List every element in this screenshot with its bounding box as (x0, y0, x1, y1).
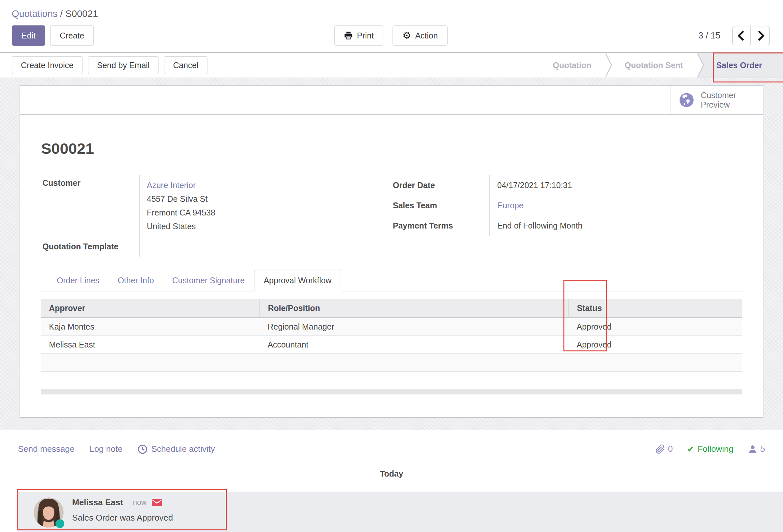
followers-button[interactable]: 5 (748, 444, 765, 454)
address-line-2: Fremont CA 94538 (147, 206, 392, 220)
empty-cell (569, 354, 742, 372)
customer-label: Customer (41, 175, 139, 236)
previous-record-button[interactable] (733, 26, 751, 45)
control-panel: Quotations / S00021 Edit Create Print (0, 0, 783, 52)
column-header-status[interactable]: Status (569, 299, 742, 318)
field-group-right: Order Date 04/17/2021 17:10:31 Sales Tea… (392, 175, 742, 257)
edit-button[interactable]: Edit (12, 26, 45, 46)
check-icon: ✔ (687, 444, 694, 454)
message-text: Sales Order was Approved (72, 513, 173, 523)
quotation-template-value[interactable] (139, 236, 392, 257)
customer-preview-label: Customer Preview (701, 91, 761, 110)
table-row[interactable]: Melissa East Accountant Approved (41, 336, 742, 354)
action-buttons: Print ⚙ Action (334, 26, 448, 46)
next-record-button[interactable] (751, 26, 769, 45)
user-icon (748, 444, 757, 454)
approval-table-header-row: Approver Role/Position Status (41, 299, 742, 318)
table-row[interactable]: Kaja Montes Regional Manager Approved (41, 318, 742, 336)
header-button-row: Edit Create Print ⚙ Action 3 (12, 25, 770, 46)
breadcrumb: Quotations / S00021 (12, 8, 770, 19)
sales-team-value: Europe (489, 195, 742, 215)
sales-team-label: Sales Team (392, 195, 489, 215)
send-by-email-button[interactable]: Send by Email (88, 56, 159, 74)
cancel-button[interactable]: Cancel (164, 56, 208, 74)
send-message-link[interactable]: Send message (18, 444, 74, 454)
pager: 3 / 15 (698, 26, 770, 45)
payment-terms-label: Payment Terms (392, 215, 489, 236)
address-line-1: 4557 De Silva St (147, 192, 392, 206)
print-button[interactable]: Print (334, 26, 383, 46)
table-row-empty (41, 354, 742, 372)
message-header: Melissa East - now (72, 497, 173, 507)
day-label: Today (380, 469, 403, 478)
printer-icon (344, 31, 353, 40)
create-invoice-button[interactable]: Create Invoice (12, 56, 83, 74)
online-status-dot (56, 519, 64, 528)
empty-cell (41, 354, 260, 372)
breadcrumb-quotations-link[interactable]: Quotations (12, 8, 57, 19)
attachments-button[interactable]: 0 (655, 444, 673, 454)
empty-cell (260, 354, 569, 372)
customer-link[interactable]: Azure Interior (147, 178, 392, 192)
notebook-tabs: Order Lines Other Info Customer Signatur… (41, 270, 742, 292)
action-button[interactable]: ⚙ Action (393, 26, 448, 46)
status-step-quotation[interactable]: Quotation (538, 53, 605, 77)
payment-terms-value: End of Following Month (489, 215, 742, 236)
status-pipeline: Quotation Quotation Sent Sales Order (538, 53, 783, 77)
customer-value: Azure Interior 4557 De Silva St Fremont … (139, 175, 392, 236)
chatter: Send message Log note Schedule activity … (0, 430, 783, 532)
breadcrumb-separator: / (60, 8, 65, 19)
tab-approval-workflow[interactable]: Approval Workflow (254, 270, 341, 292)
role-cell: Regional Manager (260, 318, 569, 336)
gear-icon: ⚙ (403, 31, 411, 40)
following-button[interactable]: ✔ Following (687, 444, 733, 454)
main-content: Customer Preview S00021 Customer Azure I… (0, 78, 783, 430)
envelope-icon (152, 499, 162, 506)
chatter-toolbar: Send message Log note Schedule activity … (18, 444, 765, 454)
document-title: S00021 (41, 139, 742, 158)
tab-other-info[interactable]: Other Info (108, 270, 163, 291)
customer-preview-button[interactable]: Customer Preview (670, 86, 763, 114)
message-author: Melissa East (72, 497, 123, 507)
sales-team-link[interactable]: Europe (497, 201, 524, 210)
attachments-count: 0 (668, 444, 673, 454)
approval-table: Approver Role/Position Status Kaja Monte… (41, 299, 742, 372)
field-groups: Customer Azure Interior 4557 De Silva St… (41, 175, 742, 257)
status-cell: Approved (569, 318, 742, 336)
day-divider: Today (26, 469, 757, 478)
record-buttons: Edit Create (12, 26, 94, 46)
chevron-left-icon (737, 30, 748, 41)
order-date-value: 04/17/2021 17:10:31 (489, 175, 742, 195)
clock-icon (138, 444, 148, 454)
divider-line (413, 474, 757, 474)
form-card-header: Customer Preview (20, 86, 763, 115)
column-header-approver[interactable]: Approver (41, 299, 260, 318)
field-group-left: Customer Azure Interior 4557 De Silva St… (41, 175, 392, 257)
statusbar: Create Invoice Send by Email Cancel Quot… (0, 52, 783, 78)
status-step-sales-order[interactable]: Sales Order (697, 53, 783, 77)
message-body: Melissa East - now Sales Order was Appro… (72, 497, 173, 523)
schedule-activity-link[interactable]: Schedule activity (138, 444, 215, 454)
status-step-quotation-sent[interactable]: Quotation Sent (605, 53, 696, 77)
chatter-right-tools: 0 ✔ Following 5 (655, 444, 765, 454)
following-label: Following (697, 444, 733, 454)
divider-line (26, 474, 370, 474)
chatter-message: Melissa East - now Sales Order was Appro… (18, 492, 783, 532)
tab-customer-signature[interactable]: Customer Signature (163, 270, 254, 291)
paperclip-icon (655, 444, 665, 454)
odoo-sales-order-page: Quotations / S00021 Edit Create Print (0, 0, 783, 532)
approver-cell: Melissa East (41, 336, 260, 354)
create-button[interactable]: Create (50, 26, 94, 46)
quotation-template-label: Quotation Template (41, 236, 139, 257)
column-header-role-position[interactable]: Role/Position (260, 299, 569, 318)
avatar (34, 497, 64, 527)
tab-order-lines[interactable]: Order Lines (48, 270, 108, 291)
role-cell: Accountant (260, 336, 569, 354)
message-timestamp: - now (128, 498, 147, 507)
pager-counter: 3 / 15 (698, 31, 720, 41)
globe-icon (679, 92, 694, 108)
log-note-link[interactable]: Log note (89, 444, 122, 454)
order-date-label: Order Date (392, 175, 489, 195)
chevron-right-icon (754, 30, 765, 41)
horizontal-scrollbar[interactable] (41, 389, 742, 394)
